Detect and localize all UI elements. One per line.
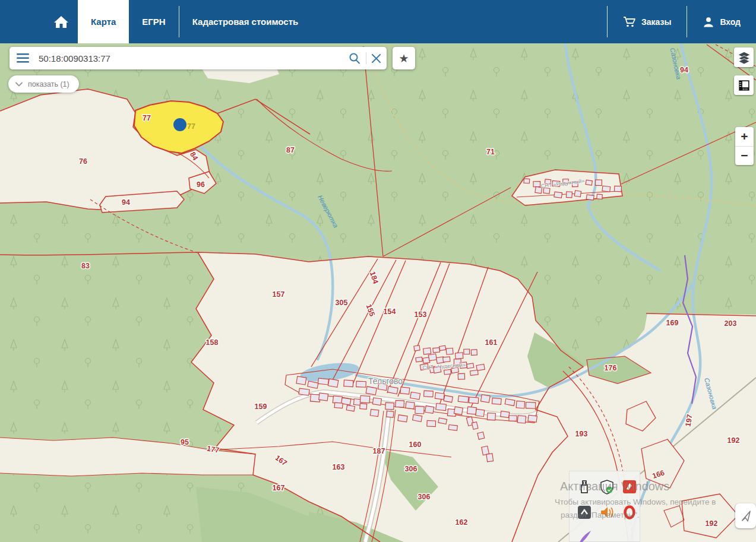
topbar-spacer — [0, 0, 45, 43]
parcel-label: 306 — [405, 465, 417, 473]
menu-icon — [17, 53, 29, 63]
building-parcel — [480, 395, 490, 403]
parcel-label: 167 — [273, 484, 285, 492]
building-parcel — [415, 406, 424, 414]
tab-map[interactable]: Карта — [78, 0, 129, 43]
search-input[interactable] — [37, 53, 349, 64]
building-parcel — [467, 407, 477, 414]
building-parcel — [472, 422, 478, 430]
parcel-label: 162 — [456, 518, 468, 527]
building-parcel — [596, 180, 602, 186]
red-app-icon[interactable] — [622, 479, 637, 495]
parcel-label: 160 — [409, 440, 422, 449]
parcel-label: 306 — [418, 493, 431, 501]
parcel-label: 94 — [122, 198, 130, 207]
search-button[interactable] — [349, 52, 360, 64]
chevron-down-icon — [15, 82, 23, 87]
parcel-label: 76 — [79, 157, 87, 166]
building-parcel — [574, 191, 581, 197]
building-parcel — [387, 411, 394, 417]
tab-map-label: Карта — [91, 17, 116, 27]
zoom-in-button[interactable]: + — [735, 127, 754, 146]
building-parcel — [597, 194, 603, 199]
cart-icon — [623, 16, 636, 28]
building-parcel — [470, 370, 479, 376]
ruler-icon — [738, 79, 751, 92]
building-parcel — [396, 400, 404, 407]
building-parcel — [416, 357, 423, 362]
building-parcel — [398, 415, 407, 422]
building-parcel — [406, 402, 415, 409]
building-parcel — [344, 380, 353, 387]
tab-egrn[interactable]: ЕГРН — [129, 0, 178, 43]
star-icon: ★ — [398, 52, 409, 65]
parcel-label: 96 — [197, 180, 205, 189]
show-results-label: показать (1) — [28, 80, 69, 88]
defender-shield-icon[interactable] — [599, 479, 615, 495]
building-parcel — [360, 404, 367, 410]
building-parcel — [464, 349, 470, 354]
show-results-button[interactable]: показать (1) — [8, 75, 79, 93]
layers-icon — [738, 51, 751, 64]
building-parcel — [448, 424, 457, 430]
building-parcel — [328, 379, 339, 387]
building-parcel — [428, 354, 436, 361]
building-parcel — [458, 396, 469, 403]
building-parcel — [509, 416, 517, 421]
volume-icon[interactable] — [599, 505, 615, 520]
login-label: Вход — [720, 17, 741, 27]
menu-button[interactable] — [17, 53, 29, 63]
building-parcel — [443, 357, 450, 362]
measure-button[interactable] — [734, 75, 754, 95]
parcel-label: 193 — [575, 430, 588, 438]
building-parcel — [477, 432, 485, 440]
login-button[interactable]: Вход — [687, 0, 756, 43]
favorites-button[interactable]: ★ — [393, 47, 415, 69]
building-parcel — [427, 420, 436, 426]
building-parcel — [516, 401, 525, 408]
tab-cadastral-value[interactable]: Кадастровая стоимость — [179, 0, 312, 43]
building-parcel — [492, 398, 501, 404]
zoom-out-button[interactable]: − — [735, 147, 754, 166]
topbar-right-group: Заказы Вход — [607, 0, 756, 43]
building-parcel — [467, 363, 474, 369]
building-parcel — [471, 350, 477, 356]
feather-icon[interactable] — [577, 530, 592, 542]
building-parcel — [385, 402, 394, 410]
opera-icon[interactable] — [622, 505, 637, 520]
building-parcel — [334, 402, 343, 408]
building-parcel — [433, 348, 440, 353]
parcel-label: 87 — [286, 146, 295, 154]
home-button[interactable] — [45, 0, 78, 43]
building-parcel — [425, 406, 434, 414]
layers-button[interactable] — [734, 47, 754, 67]
building-parcel — [486, 454, 494, 462]
hidden-icons-arrow-icon[interactable] — [577, 505, 592, 520]
parcel-label: 169 — [666, 319, 679, 327]
clear-search-button[interactable] — [372, 54, 381, 63]
app-window: 7677778496948771831571583051841551541531… — [0, 0, 756, 542]
parcel-label: 192 — [706, 519, 718, 528]
building-parcel — [413, 414, 422, 421]
building-parcel — [296, 376, 306, 385]
building-parcel — [444, 369, 451, 375]
building-parcel — [439, 346, 446, 351]
my-location-button[interactable] — [735, 503, 756, 528]
parcel-label: 163 — [333, 463, 345, 471]
parcel-label: 153 — [415, 310, 427, 319]
search-icon — [349, 52, 360, 64]
orders-button[interactable]: Заказы — [608, 0, 687, 43]
building-parcel — [517, 416, 526, 423]
parcel-label: 154 — [384, 308, 396, 316]
building-parcel — [424, 391, 434, 397]
building-parcel — [372, 398, 381, 405]
building-parcel — [533, 182, 540, 187]
building-parcel — [318, 378, 329, 385]
search-bar — [10, 47, 387, 69]
building-parcel — [414, 346, 420, 351]
usb-icon[interactable] — [577, 479, 592, 495]
building-parcel — [446, 348, 453, 354]
parcel-marker[interactable] — [173, 118, 186, 131]
cadastral-map[interactable]: 7677778496948771831571583051841551541531… — [0, 0, 756, 542]
building-parcel — [487, 413, 495, 420]
